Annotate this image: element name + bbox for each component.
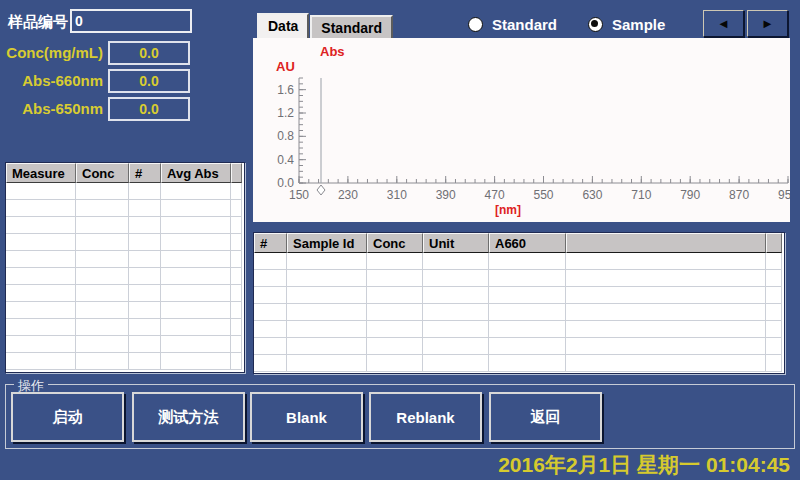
- blank-button[interactable]: Blank: [250, 392, 363, 442]
- measure-table-header-cell: Avg Abs: [161, 163, 231, 183]
- cursor-diamond-icon[interactable]: [317, 185, 325, 195]
- radio-standard[interactable]: Standard: [468, 16, 557, 33]
- sample-table-cell: [766, 321, 782, 338]
- sample-table-cell: [423, 253, 489, 270]
- measure-table-row[interactable]: [6, 336, 244, 353]
- measure-table-row[interactable]: [6, 268, 244, 285]
- measure-table-cell: [231, 302, 242, 319]
- sample-table-row[interactable]: [254, 355, 784, 372]
- y-tick-label: 0.8: [277, 129, 294, 143]
- sample-table-cell: [254, 321, 287, 338]
- sample-table-header-cell: #: [254, 233, 287, 253]
- start-button[interactable]: 启动: [11, 392, 124, 442]
- sample-table-cell: [287, 287, 367, 304]
- measure-table-cell: [6, 353, 76, 370]
- measure-table-cell: [161, 268, 231, 285]
- sample-table-row[interactable]: [254, 270, 784, 287]
- measure-table-cell: [129, 268, 161, 285]
- measure-table-cell: [76, 268, 129, 285]
- sample-table-cell: [489, 270, 566, 287]
- sample-table-cell: [287, 355, 367, 372]
- measure-table-row[interactable]: [6, 183, 244, 200]
- measure-table-row[interactable]: [6, 234, 244, 251]
- abs-660-row: Abs-660nm0.0: [0, 69, 192, 93]
- radio-circle-icon[interactable]: [468, 17, 483, 32]
- y-tick-label: 1.6: [277, 83, 294, 97]
- sample-id-input[interactable]: [70, 9, 192, 33]
- measure-table-cell: [231, 234, 242, 251]
- x-tick-label: 310: [387, 188, 407, 202]
- x-tick-label: 230: [338, 188, 358, 202]
- left-arrow-icon: ◄: [717, 16, 730, 31]
- measure-table-cell: [76, 200, 129, 217]
- radio-circle-icon[interactable]: [588, 17, 603, 32]
- radio-label: Standard: [492, 16, 557, 33]
- sample-table-cell: [367, 270, 423, 287]
- sample-table-cell: [566, 338, 766, 355]
- spectrum-chart[interactable]: 1502303103904705506307107908709500.00.40…: [253, 38, 790, 222]
- sample-table-cell: [766, 304, 782, 321]
- measure-table-cell: [231, 353, 242, 370]
- measure-table-cell: [76, 302, 129, 319]
- y-tick-label: 0.4: [277, 153, 294, 167]
- sample-table-cell: [367, 287, 423, 304]
- prev-page-button[interactable]: ◄: [703, 10, 744, 37]
- radio-label: Sample: [612, 16, 665, 33]
- sample-results-table: #Sample IdConcUnitA660: [253, 232, 785, 374]
- sample-table-header-cell: Sample Id: [287, 233, 367, 253]
- sample-table-header-cell: Unit: [423, 233, 489, 253]
- measure-table-row[interactable]: [6, 251, 244, 268]
- measure-table-header-cell: Measure: [6, 163, 76, 183]
- next-page-button[interactable]: ►: [747, 10, 788, 37]
- sample-table-row[interactable]: [254, 321, 784, 338]
- reblank-button[interactable]: Reblank: [369, 392, 482, 442]
- spectrum-chart-panel[interactable]: 1502303103904705506307107908709500.00.40…: [253, 38, 790, 222]
- sample-table-cell: [489, 304, 566, 321]
- measure-table-row[interactable]: [6, 302, 244, 319]
- radio-sample[interactable]: Sample: [588, 16, 665, 33]
- measure-table-row[interactable]: [6, 285, 244, 302]
- measure-table-row[interactable]: [6, 217, 244, 234]
- sample-id-label: 样品编号: [8, 13, 68, 32]
- measure-table-header-row: MeasureConc#Avg Abs: [6, 163, 244, 183]
- measure-table-row[interactable]: [6, 200, 244, 217]
- test-method-button[interactable]: 测试方法: [132, 392, 245, 442]
- y-tick-label: 1.2: [277, 106, 294, 120]
- sample-table-cell: [423, 338, 489, 355]
- measure-table-row[interactable]: [6, 353, 244, 370]
- sample-table-cell: [766, 355, 782, 372]
- datetime-display: 2016年2月1日 星期一 01:04:45: [498, 451, 790, 479]
- tab-data[interactable]: Data: [257, 13, 309, 39]
- measure-table-cell: [6, 234, 76, 251]
- measure-table-cell: [129, 353, 161, 370]
- tab-standard[interactable]: Standard: [310, 15, 393, 39]
- measure-table-row[interactable]: [6, 319, 244, 336]
- sample-table-row[interactable]: [254, 287, 784, 304]
- chart-title: Abs: [320, 44, 345, 59]
- measure-table-cell: [129, 200, 161, 217]
- measure-table-cell: [76, 217, 129, 234]
- measure-table-cell: [231, 183, 242, 200]
- conc-value: 0.0: [108, 41, 190, 65]
- sample-table-cell: [367, 253, 423, 270]
- conc-row: Conc(mg/mL)0.0: [0, 41, 192, 65]
- measure-table-cell: [129, 285, 161, 302]
- sample-table-cell: [566, 253, 766, 270]
- sample-table-row[interactable]: [254, 304, 784, 321]
- sample-table-cell: [287, 338, 367, 355]
- measure-table-cell: [161, 234, 231, 251]
- sample-table-cell: [566, 287, 766, 304]
- measure-table: MeasureConc#Avg Abs: [5, 162, 245, 373]
- measure-table-header-cell: [231, 163, 242, 183]
- measure-table-cell: [6, 251, 76, 268]
- sample-table-row[interactable]: [254, 338, 784, 355]
- sample-table-header-cell: [566, 233, 766, 253]
- sample-table-cell: [287, 253, 367, 270]
- pager: ◄ ►: [703, 10, 791, 37]
- return-button[interactable]: 返回: [489, 392, 602, 442]
- measure-table-cell: [76, 336, 129, 353]
- mode-radio-group: StandardSample: [468, 16, 696, 33]
- sample-table-cell: [566, 355, 766, 372]
- sample-table-row[interactable]: [254, 253, 784, 270]
- measure-table-cell: [129, 319, 161, 336]
